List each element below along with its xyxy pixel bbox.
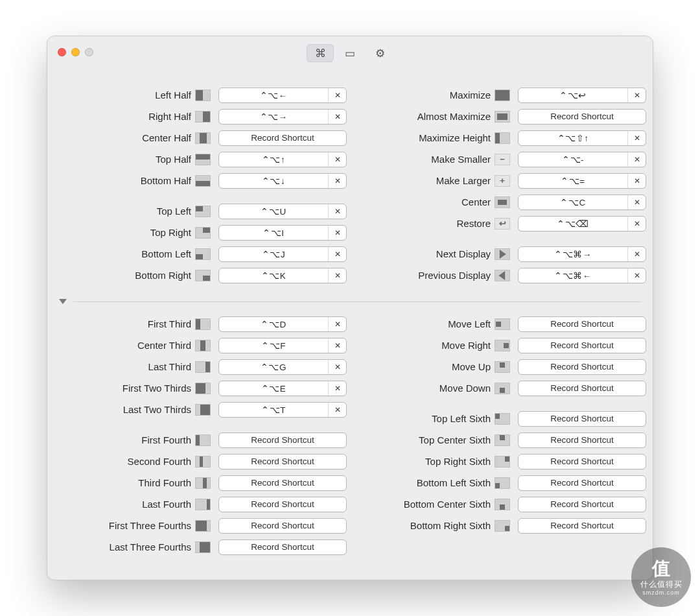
bottom-half-shortcut-field[interactable]: ⌃⌥↓✕ [218,173,347,189]
bottom-left-shortcut-value: ⌃⌥J [219,247,328,261]
bottom-half-clear-button[interactable]: ✕ [328,174,346,188]
next-display-clear-button[interactable]: ✕ [627,247,646,261]
tab-settings[interactable]: ⚙︎ [366,44,393,62]
move-left-shortcut-value: Record Shortcut [519,317,646,331]
top-half-clear-button[interactable]: ✕ [328,152,346,167]
maximize-clear-button[interactable]: ✕ [627,88,646,102]
top-right-sixth-shortcut-value: Record Shortcut [519,455,646,469]
tab-shortcuts[interactable]: ⌘ [307,44,334,62]
top-right-sixth-icon [495,456,510,468]
traffic-lights [58,48,93,56]
top-center-sixth-icon [495,434,510,446]
first-three-fourths-label: First Three Fourths [54,520,195,531]
move-left-shortcut-field[interactable]: Record Shortcut✕ [518,316,646,332]
row-bottom-left: Bottom Left⌃⌥J✕ [54,243,347,265]
bottom-right-sixth-shortcut-field[interactable]: Record Shortcut✕ [518,518,646,534]
maximize-height-clear-button[interactable]: ✕ [627,131,646,145]
last-two-thirds-shortcut-value: ⌃⌥T [219,403,328,417]
top-center-sixth-shortcut-field[interactable]: Record Shortcut✕ [518,432,646,448]
top-left-shortcut-field[interactable]: ⌃⌥U✕ [218,204,347,219]
row-bottom-left-sixth: Bottom Left SixthRecord Shortcut✕ [353,472,646,493]
row-top-right-sixth: Top Right SixthRecord Shortcut✕ [353,451,646,472]
bottom-center-sixth-shortcut-field[interactable]: Record Shortcut✕ [518,497,646,512]
left-half-clear-button[interactable]: ✕ [328,88,346,102]
next-display-shortcut-value: ⌃⌥⌘→ [519,247,627,261]
left-half-shortcut-field[interactable]: ⌃⌥←✕ [218,88,347,103]
right-half-clear-button[interactable]: ✕ [328,110,346,124]
maximize-shortcut-field[interactable]: ⌃⌥↩✕ [518,88,646,103]
center-third-shortcut-field[interactable]: ⌃⌥F✕ [218,338,347,353]
row-restore: Restore↩⌃⌥⌫✕ [353,213,646,234]
first-fourth-shortcut-field[interactable]: Record Shortcut✕ [218,432,347,448]
almost-maximize-shortcut-field[interactable]: Record Shortcut✕ [518,109,646,124]
move-up-shortcut-field[interactable]: Record Shortcut✕ [518,359,646,375]
first-third-clear-button[interactable]: ✕ [328,317,346,331]
maximize-height-shortcut-field[interactable]: ⌃⌥⇧↑✕ [518,130,646,146]
bottom-left-sixth-shortcut-field[interactable]: Record Shortcut✕ [518,475,646,491]
top-left-clear-button[interactable]: ✕ [328,204,346,219]
bottom-right-clear-button[interactable]: ✕ [328,268,346,283]
top-half-shortcut-field[interactable]: ⌃⌥↑✕ [218,152,347,167]
row-last-three-fourths: Last Three FourthsRecord Shortcut✕ [54,536,347,558]
center-third-label: Center Third [54,340,195,351]
top-right-clear-button[interactable]: ✕ [328,226,346,240]
previous-display-clear-button[interactable]: ✕ [627,268,646,283]
make-larger-shortcut-value: ⌃⌥= [519,174,627,188]
make-larger-clear-button[interactable]: ✕ [627,174,646,188]
restore-shortcut-field[interactable]: ⌃⌥⌫✕ [518,216,646,231]
bottom-left-clear-button[interactable]: ✕ [328,247,346,261]
make-smaller-clear-button[interactable]: ✕ [627,152,646,167]
minimize-window-button[interactable] [71,48,80,56]
top-left-sixth-label: Top Left Sixth [353,413,495,424]
shortcut-group: Left Half⌃⌥←✕Right Half⌃⌥→✕Center HalfRe… [54,84,347,191]
last-third-clear-button[interactable]: ✕ [328,360,346,374]
move-down-shortcut-field[interactable]: Record Shortcut✕ [518,381,646,396]
center-shortcut-value: ⌃⌥C [519,195,627,209]
bottom-left-label: Bottom Left [54,248,195,259]
center-shortcut-field[interactable]: ⌃⌥C✕ [518,195,646,210]
last-third-shortcut-field[interactable]: ⌃⌥G✕ [218,359,347,375]
tab-snap-areas[interactable]: ▭ [336,44,364,62]
restore-shortcut-value: ⌃⌥⌫ [519,217,627,231]
first-third-shortcut-field[interactable]: ⌃⌥D✕ [218,316,347,332]
bottom-left-shortcut-field[interactable]: ⌃⌥J✕ [218,246,347,262]
last-fourth-shortcut-field[interactable]: Record Shortcut✕ [218,497,347,512]
restore-clear-button[interactable]: ✕ [627,217,646,231]
bottom-right-shortcut-field[interactable]: ⌃⌥K✕ [218,268,347,283]
first-two-thirds-clear-button[interactable]: ✕ [328,381,346,396]
center-third-shortcut-value: ⌃⌥F [219,338,328,353]
disclosure-toggle[interactable] [59,299,67,304]
maximize-shortcut-value: ⌃⌥↩ [519,88,627,102]
move-up-icon [495,361,510,373]
center-clear-button[interactable]: ✕ [627,195,646,209]
close-window-button[interactable] [58,48,66,56]
first-fourth-label: First Fourth [54,434,195,445]
top-left-sixth-shortcut-field[interactable]: Record Shortcut✕ [518,411,646,427]
top-right-shortcut-field[interactable]: ⌃⌥I✕ [218,225,347,241]
first-two-thirds-shortcut-field[interactable]: ⌃⌥E✕ [218,381,347,396]
make-smaller-shortcut-field[interactable]: ⌃⌥-✕ [518,152,646,167]
previous-display-shortcut-field[interactable]: ⌃⌥⌘←✕ [518,268,646,283]
top-left-sixth-icon [495,413,510,425]
third-fourth-shortcut-field[interactable]: Record Shortcut✕ [218,475,347,491]
zoom-window-button[interactable] [85,48,93,56]
bottom-right-sixth-shortcut-value: Record Shortcut [519,519,646,533]
last-two-thirds-shortcut-field[interactable]: ⌃⌥T✕ [218,402,347,418]
center-half-shortcut-field[interactable]: Record Shortcut✕ [218,130,347,146]
right-half-shortcut-field[interactable]: ⌃⌥→✕ [218,109,347,124]
make-larger-shortcut-field[interactable]: ⌃⌥=✕ [518,173,646,189]
move-right-shortcut-field[interactable]: Record Shortcut✕ [518,338,646,353]
bottom-center-sixth-shortcut-value: Record Shortcut [519,497,646,512]
first-three-fourths-shortcut-field[interactable]: Record Shortcut✕ [218,518,347,534]
snap-areas-icon: ▭ [345,47,355,60]
top-right-sixth-shortcut-field[interactable]: Record Shortcut✕ [518,454,646,469]
row-center-half: Center HalfRecord Shortcut✕ [54,127,347,148]
last-three-fourths-shortcut-field[interactable]: Record Shortcut✕ [218,539,347,555]
center-third-clear-button[interactable]: ✕ [328,338,346,353]
second-fourth-shortcut-field[interactable]: Record Shortcut✕ [218,454,347,469]
first-third-shortcut-value: ⌃⌥D [219,317,328,331]
row-left-half: Left Half⌃⌥←✕ [54,84,347,106]
last-two-thirds-clear-button[interactable]: ✕ [328,403,346,417]
next-display-shortcut-field[interactable]: ⌃⌥⌘→✕ [518,246,646,262]
bottom-right-sixth-label: Bottom Right Sixth [353,520,495,531]
